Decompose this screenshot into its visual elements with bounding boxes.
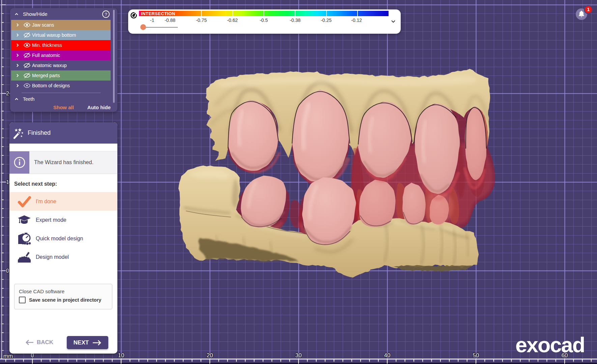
- svg-text:40: 40: [384, 352, 391, 359]
- svg-text:20: 20: [207, 352, 213, 359]
- svg-text:2: 2: [6, 91, 9, 96]
- svg-text:10: 10: [118, 352, 124, 359]
- svg-text:30: 30: [295, 352, 302, 359]
- svg-text:mm: mm: [3, 353, 13, 359]
- svg-text:50: 50: [473, 352, 479, 359]
- svg-text:?: ?: [105, 12, 107, 17]
- svg-text:0: 0: [6, 268, 9, 274]
- svg-text:1: 1: [6, 179, 9, 185]
